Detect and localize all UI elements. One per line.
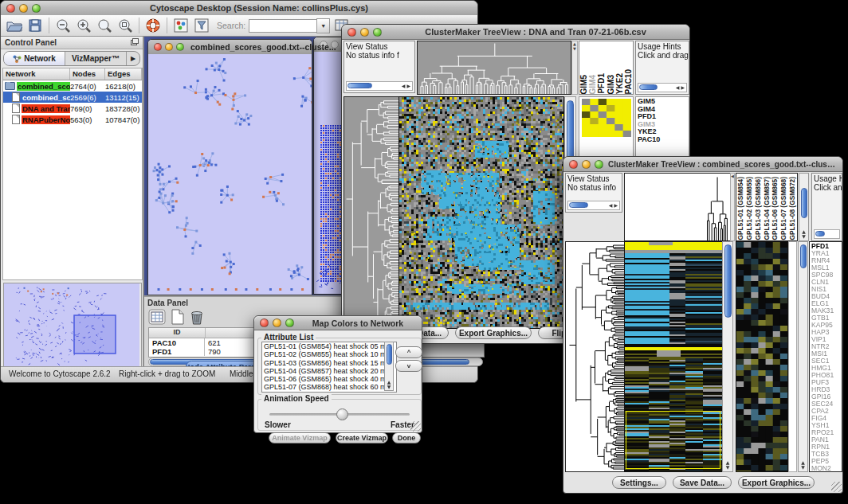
animate-vizmap-button[interactable]: Animate Vizmap <box>269 432 331 443</box>
network-row[interactable]: combined_sco2569(6)13112(15) <box>3 92 142 103</box>
col-network[interactable]: Network <box>3 68 70 80</box>
zoom-button[interactable] <box>176 43 184 51</box>
new-attribute-icon[interactable] <box>171 309 185 328</box>
slider-thumb[interactable] <box>336 408 348 420</box>
tv2-collabels-vscrollbar[interactable]: ▲▼ <box>799 173 809 241</box>
zoom-button[interactable] <box>285 318 294 327</box>
scrollbar-thumb[interactable] <box>724 244 732 318</box>
minimize-button[interactable] <box>273 318 281 327</box>
filter-icon[interactable] <box>192 17 211 34</box>
scrollbar-thumb[interactable] <box>639 84 658 90</box>
tv1-summary-heatmap[interactable] <box>582 99 631 137</box>
tv2-export-graphics-button[interactable]: Export Graphics... <box>738 476 815 489</box>
view-status-scrollbar[interactable]: ◀ ▶ <box>346 81 413 91</box>
tv2-heatmap[interactable] <box>624 241 723 472</box>
close-button[interactable] <box>6 4 15 13</box>
zoom-out-icon[interactable] <box>53 17 73 34</box>
zoom-selected-icon[interactable] <box>95 17 114 34</box>
usage-hints-scrollbar[interactable]: ◀ ▶ <box>638 83 687 92</box>
zoom-fit-icon[interactable] <box>116 17 135 34</box>
network-overview-panel[interactable] <box>3 283 142 372</box>
help-lifering-icon[interactable] <box>143 17 163 34</box>
done-button[interactable]: Done <box>392 432 421 443</box>
close-button[interactable] <box>569 160 578 169</box>
tv2-row-dendrogram[interactable] <box>565 241 626 472</box>
close-button[interactable] <box>260 318 269 327</box>
tv2-column-dendrogram[interactable] <box>624 173 731 241</box>
tv1-export-graphics-button[interactable]: Export Graphics... <box>455 326 532 339</box>
network-view-window-1[interactable]: combined_scores_good.txt--cluste... <box>147 39 312 295</box>
overview-canvas[interactable] <box>4 283 139 369</box>
search-dropdown-icon[interactable]: ▼ <box>316 18 330 33</box>
create-vizmap-button[interactable]: Create Vizmap <box>336 432 388 443</box>
tv1-titlebar[interactable]: ClusterMaker TreeView : DNA and Tran 07-… <box>342 25 689 40</box>
attribute-list-scrollbar[interactable]: ▲▼ <box>384 342 394 391</box>
tv2-genes-vscrollbar[interactable]: ▲▼ <box>798 241 808 472</box>
tv1-splitter[interactable]: ▲▼ <box>571 41 578 95</box>
scrollbar-arrows-icon[interactable]: ▲▼ <box>799 460 807 470</box>
scrollbar-thumb[interactable] <box>569 202 588 208</box>
tv1-row-dendrogram[interactable] <box>344 96 399 329</box>
scrollbar-arrows-icon[interactable]: ▲▼ <box>799 229 808 239</box>
attribute-list-item[interactable]: GPL51-03 (GSM856) heat shock 15 min <box>262 359 396 367</box>
save-session-icon[interactable] <box>26 17 45 34</box>
usage-hints-scrollbar[interactable] <box>814 229 840 239</box>
attribute-list[interactable]: GPL51-01 (GSM854) heat shock 05 minGPL51… <box>261 342 397 393</box>
view-status-scrollbar[interactable]: ◀ ▶ <box>567 201 620 210</box>
close-button[interactable] <box>154 43 162 51</box>
zoom-button[interactable] <box>595 160 603 169</box>
tab-vizmapper[interactable]: VizMapper™ <box>65 52 127 65</box>
zoom-button[interactable] <box>32 4 41 13</box>
zoom-button[interactable] <box>373 28 382 37</box>
tab-network[interactable]: Network <box>4 52 65 65</box>
col-id[interactable]: ID <box>149 328 206 338</box>
tv2-settings-button[interactable]: Settings... <box>612 476 666 489</box>
attribute-list-item[interactable]: GPL51-04 (GSM857) heat shock 20 min <box>262 367 396 375</box>
close-button[interactable] <box>347 28 356 37</box>
attribute-list-item[interactable]: GPL51-06 (GSM865) heat shock 40 min <box>262 375 396 383</box>
move-up-button[interactable]: ^ <box>395 346 422 358</box>
scrollbar-arrows-icon[interactable]: ▲▼ <box>385 380 393 389</box>
minimize-button[interactable] <box>19 4 28 13</box>
select-attributes-icon[interactable] <box>148 309 166 328</box>
scrollbar-arrows-icon[interactable]: ◀ ▶ <box>676 85 685 90</box>
scrollbar-arrows-icon[interactable]: ◀ ▶ <box>402 84 410 88</box>
network-row[interactable]: DNA and Tran 07769(0)183728(0) <box>3 103 142 114</box>
scrollbar-arrows-icon[interactable]: ▲▼ <box>723 460 732 470</box>
tv2-splitter[interactable]: ◀ <box>730 173 735 241</box>
tv2-save-data-button[interactable]: Save Data... <box>673 476 732 489</box>
scrollbar-thumb[interactable] <box>387 344 392 365</box>
attribute-list-item[interactable]: GPL51-07 (GSM868) heat shock 60 min <box>262 383 396 391</box>
network-canvas-1[interactable] <box>148 54 312 295</box>
tv2-titlebar[interactable]: ClusterMaker TreeView : combined_scores_… <box>563 157 842 172</box>
resize-grip[interactable] <box>410 421 421 432</box>
tv1-column-dendrogram[interactable] <box>417 41 571 95</box>
vizmapper-icon[interactable] <box>171 17 190 34</box>
delete-attribute-icon[interactable] <box>190 309 204 328</box>
tv2-summary-heatmap[interactable] <box>736 241 788 472</box>
dialog-titlebar[interactable]: Map Colors to Network <box>254 316 422 330</box>
minimize-button[interactable] <box>165 43 173 51</box>
minimize-button[interactable] <box>360 28 369 37</box>
col-nodes[interactable]: Nodes <box>70 68 105 80</box>
float-panel-icon[interactable] <box>131 38 139 47</box>
tv2-heatmap-vscrollbar[interactable]: ▲▼ <box>722 241 733 472</box>
main-titlebar[interactable]: Cytoscape Desktop (Session Name: collins… <box>1 1 477 16</box>
minimize-button[interactable] <box>582 160 591 169</box>
tab-overflow-arrow[interactable]: ▶ <box>127 52 139 65</box>
attribute-list-item[interactable]: GPL51-02 (GSM855) heat shock 10 min <box>262 350 396 358</box>
move-down-button[interactable]: v <box>395 360 422 372</box>
network-row[interactable]: combined_scores2764(0)16218(0) <box>3 80 142 92</box>
attribute-list-item[interactable]: GPL51-01 (GSM854) heat shock 05 min <box>262 342 396 350</box>
search-input[interactable] <box>249 19 316 33</box>
scrollbar-arrows-icon[interactable]: ◀ ▶ <box>609 203 618 208</box>
open-session-icon[interactable] <box>5 17 24 34</box>
scrollbar-thumb[interactable] <box>801 188 807 218</box>
scrollbar-thumb[interactable] <box>815 231 825 236</box>
col-edges[interactable]: Edges <box>105 68 142 80</box>
tv1-heatmap[interactable] <box>398 96 564 329</box>
scrollbar-thumb[interactable] <box>347 83 372 88</box>
zoom-in-icon[interactable] <box>74 17 93 34</box>
scrollbar-thumb[interactable] <box>800 244 807 268</box>
network-row[interactable]: RNAPuberNov2+563(0)107847(0) <box>3 114 142 125</box>
